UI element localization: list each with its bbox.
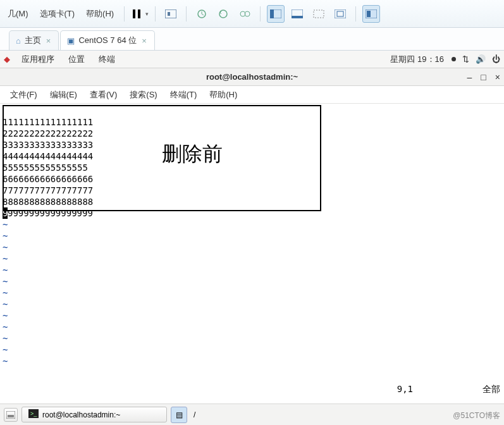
cursor: 9 (3, 207, 8, 219)
gnome-applications[interactable]: 应用程序 (19, 52, 57, 66)
send-ctrl-alt-del-icon[interactable] (162, 5, 180, 23)
gnome-terminal-app[interactable]: 终端 (96, 52, 118, 66)
show-desktop-icon[interactable] (4, 408, 18, 422)
gnome-clock[interactable]: 星期四 19：16 (390, 54, 444, 65)
svg-point-5 (219, 10, 227, 18)
vim-tilde: ~ (3, 356, 8, 366)
gnome-taskbar: >_ root@localhostadmin:~ ▤ / @51CTO博客 (0, 403, 504, 425)
home-icon: ⌂ (16, 36, 21, 46)
status-dot-icon (452, 57, 456, 61)
view-stretch-icon[interactable] (310, 5, 328, 23)
pause-icon[interactable]: ▾ (131, 5, 149, 23)
svg-rect-11 (292, 16, 303, 18)
power-icon[interactable]: ⏻ (492, 54, 500, 64)
vim-tilde: ~ (3, 322, 8, 332)
vim-tilde: ~ (3, 311, 8, 321)
tab-centos[interactable]: ▣ CentOS 7 64 位 × (60, 30, 154, 50)
snapshot-take-icon[interactable] (193, 5, 211, 23)
tabs-row: ⌂ 主页 × ▣ CentOS 7 64 位 × (0, 28, 504, 51)
snapshot-revert-icon[interactable] (214, 5, 232, 23)
svg-rect-14 (337, 11, 343, 16)
line: 22222222222222222 (3, 128, 93, 139)
line: 33333333333333333 (3, 140, 93, 150)
task-label-2: / (191, 410, 195, 419)
vm-icon: ▣ (67, 36, 75, 46)
line: 44444444444444444 (3, 151, 93, 161)
tab-home[interactable]: ⌂ 主页 × (9, 30, 59, 50)
vim-tilde: ~ (3, 299, 8, 309)
tab-label: CentOS 7 64 位 (78, 35, 137, 46)
svg-rect-9 (270, 9, 274, 18)
vim-tilde: ~ (3, 345, 8, 355)
vim-tilde: ~ (3, 265, 8, 275)
window-maximize-icon[interactable]: □ (481, 72, 486, 82)
volume-icon[interactable]: 🔊 (476, 54, 486, 64)
close-icon[interactable]: × (140, 36, 148, 46)
vim-tilde: ~ (3, 254, 8, 264)
svg-rect-16 (367, 11, 371, 17)
svg-rect-13 (335, 9, 346, 18)
menu-view[interactable]: 查看(V) (85, 87, 122, 102)
svg-rect-1 (138, 9, 140, 18)
line: 66666666666666666 (3, 174, 93, 184)
window-minimize-icon[interactable]: – (467, 72, 472, 82)
cursor-position: 9,1 (397, 383, 413, 395)
view-fullscreen-icon[interactable] (331, 5, 349, 23)
apps-icon: ◆ (4, 54, 10, 64)
vim-status-line: 9,1 全部 (0, 383, 504, 395)
line: 5555555555555555 (3, 163, 88, 173)
host-menu-help[interactable]: 帮助(H) (81, 6, 119, 22)
line: 9999999999999999 (8, 208, 93, 218)
vim-tilde: ~ (3, 231, 8, 241)
svg-rect-2 (165, 9, 176, 18)
taskbar-terminal[interactable]: >_ root@localhostadmin:~ (22, 407, 167, 422)
svg-rect-0 (133, 9, 135, 18)
scroll-indicator: 全部 (482, 383, 500, 395)
vim-tilde: ~ (3, 242, 8, 252)
host-toolbar: 几(M) 选项卡(T) 帮助(H) ▾ (0, 0, 504, 28)
terminal-menu-bar: 文件(F) 编辑(E) 查看(V) 搜索(S) 终端(T) 帮助(H) (0, 86, 504, 104)
files-icon: ▤ (176, 410, 183, 419)
menu-search[interactable]: 搜索(S) (125, 87, 162, 102)
network-icon[interactable]: ⇅ (462, 54, 469, 64)
vim-tilde: ~ (3, 333, 8, 343)
gnome-places[interactable]: 位置 (66, 52, 87, 66)
line: 11111111111111111 (3, 117, 93, 127)
view-unity-icon[interactable] (362, 5, 380, 23)
line: 77777777777777777 (3, 185, 93, 195)
line: 88888888888888888 (3, 197, 93, 207)
terminal-output: 11111111111111111 22222222222222222 3333… (0, 104, 504, 367)
gnome-top-bar: ◆ 应用程序 位置 终端 星期四 19：16 ⇅ 🔊 ⏻ (0, 51, 504, 68)
snapshot-manage-icon[interactable] (236, 5, 254, 23)
host-menu-machine[interactable]: 几(M) (3, 6, 34, 22)
close-icon[interactable]: × (45, 36, 52, 46)
vim-tilde: ~ (3, 276, 8, 286)
menu-file[interactable]: 文件(F) (5, 87, 42, 102)
vim-tilde: ~ (3, 288, 8, 298)
svg-rect-3 (168, 12, 170, 16)
window-close-icon[interactable]: × (495, 72, 500, 82)
svg-rect-18 (8, 415, 14, 417)
view-sidebar-icon[interactable] (267, 5, 285, 23)
watermark: @51CTO博客 (453, 410, 500, 421)
menu-terminal[interactable]: 终端(T) (165, 87, 202, 102)
vim-tilde: ~ (3, 219, 8, 230)
terminal-body[interactable]: 11111111111111111 22222222222222222 3333… (0, 104, 504, 398)
view-console-icon[interactable] (288, 5, 306, 23)
host-menu-tabs[interactable]: 选项卡(T) (35, 6, 80, 22)
menu-help[interactable]: 帮助(H) (204, 87, 242, 102)
menu-edit[interactable]: 编辑(E) (45, 87, 82, 102)
svg-text:>_: >_ (30, 410, 37, 417)
task-label: root@localhostadmin:~ (42, 410, 120, 419)
terminal-titlebar: root@localhostadmin:~ – □ × (0, 68, 504, 86)
svg-rect-12 (314, 10, 324, 18)
terminal-icon: >_ (28, 409, 39, 420)
taskbar-files[interactable]: ▤ (171, 407, 187, 423)
tab-label: 主页 (25, 35, 41, 46)
chevron-down-icon: ▾ (145, 11, 149, 17)
terminal-title: root@localhostadmin:~ (206, 72, 298, 82)
